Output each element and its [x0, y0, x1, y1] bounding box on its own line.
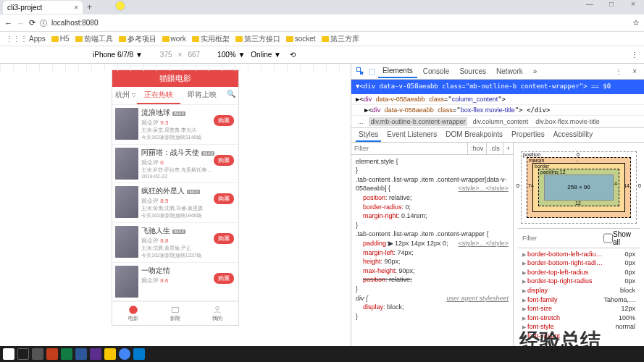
footer-movies[interactable]: 电影: [112, 305, 154, 322]
tab-listeners[interactable]: Event Listeners: [384, 128, 440, 142]
devtools-menu[interactable]: ⋮: [611, 65, 627, 77]
more-tabs[interactable]: »: [529, 65, 542, 77]
tab-console[interactable]: Console: [419, 65, 454, 77]
movie-item[interactable]: 一吻定情 观众评 8.6 购票: [112, 263, 238, 301]
bookmark-item[interactable]: 第三方库: [322, 34, 359, 44]
browser-tabbar: cli3-project× +: [0, 0, 644, 14]
buy-button[interactable]: 购票: [214, 193, 234, 204]
throttle-select[interactable]: Online ▼: [251, 51, 281, 59]
app-title: 猫眼电影: [112, 70, 238, 87]
bookmark-item[interactable]: 实用框架: [192, 34, 230, 44]
showall-check[interactable]: [603, 230, 613, 246]
width-input[interactable]: 375: [160, 51, 172, 59]
task-chrome[interactable]: [119, 348, 130, 360]
rotate-icon[interactable]: ⟲: [290, 51, 296, 59]
tab-dombp[interactable]: DOM Breakpoints: [443, 128, 506, 142]
task-word[interactable]: [75, 348, 87, 360]
css-rules[interactable]: element.style { } .tab-content .list-wra…: [351, 155, 513, 324]
close-btn[interactable]: ×: [622, 0, 644, 13]
reload-button[interactable]: ⟳: [29, 18, 35, 28]
computed-prop[interactable]: border-bottom-right-radi…0px: [522, 258, 635, 268]
device-toolbar: iPhone 6/7/8 ▼ 375 × 667 100% ▼ Online ▼…: [0, 46, 644, 64]
computed-prop[interactable]: displayblock: [522, 286, 635, 295]
dom-node[interactable]: ▶<div data-v-058aeabb class="column_cont…: [351, 94, 644, 105]
buy-button[interactable]: 购票: [214, 115, 234, 126]
task-icon[interactable]: [32, 348, 43, 360]
breadcrumbs[interactable]: ... div.mb-outline-b.content-wrapper div…: [351, 116, 644, 128]
task-vscode[interactable]: [133, 348, 145, 360]
task-ppt[interactable]: [46, 348, 58, 360]
dom-node[interactable]: ▶<div data-v-058aeabb class="box-flex mo…: [351, 105, 644, 116]
tab-props[interactable]: Properties: [509, 128, 548, 142]
cursor-highlight: [116, 1, 125, 10]
buy-button[interactable]: 购票: [214, 273, 234, 284]
tab-hot[interactable]: 正在热映: [137, 87, 180, 104]
task-excel[interactable]: [61, 348, 72, 360]
buy-button[interactable]: 购票: [214, 155, 234, 166]
mobile-viewport: 猫眼电影 杭州 ▽ 正在热映 即将上映 🔍 流浪地球 IMAX 观众评 9.3 …: [0, 64, 351, 356]
tab-close-icon[interactable]: ×: [74, 4, 78, 12]
tab-elements[interactable]: Elements: [378, 64, 417, 78]
mobile-app: 猫眼电影 杭州 ▽ 正在热映 即将上映 🔍 流浪地球 IMAX 观众评 9.3 …: [112, 70, 239, 326]
computed-filter[interactable]: [522, 230, 603, 246]
devtools-close[interactable]: ×: [628, 65, 641, 77]
taskbar[interactable]: 2019/2/20: [0, 346, 644, 362]
movie-item[interactable]: 飞驰人生 IMAX 观众评 8.8 主演:沈腾,黄景瑜,尹正 今天162家影院放…: [112, 223, 238, 263]
dom-selected[interactable]: ▼<div data-v-058aeabb class="mb-outline-…: [351, 80, 644, 94]
add-rule[interactable]: +: [503, 143, 513, 154]
devtools-panel: ⬚ Elements Console Sources Network » ⋮ ×…: [351, 64, 644, 356]
svg-rect-1: [172, 308, 178, 313]
win-start[interactable]: [3, 348, 14, 360]
search-icon[interactable]: 🔍: [224, 87, 238, 104]
svg-point-2: [216, 306, 219, 310]
apps-button[interactable]: ⋮⋮⋮ Apps: [6, 35, 46, 43]
info-icon[interactable]: i: [40, 20, 47, 27]
tab-styles[interactable]: Styles: [356, 128, 381, 142]
device-select[interactable]: iPhone 6/7/8 ▼: [93, 51, 143, 59]
movie-item[interactable]: 流浪地球 IMAX 观众评 9.3 主演:吴京,屈楚萧,李光洁 今天163家影院…: [112, 105, 238, 145]
svg-rect-3: [357, 67, 361, 71]
bookmark-item[interactable]: work: [162, 35, 186, 43]
movie-poster: [115, 186, 138, 218]
new-tab-button[interactable]: +: [87, 2, 92, 12]
min-btn[interactable]: —: [579, 0, 601, 13]
task-search[interactable]: [17, 348, 29, 360]
height-input[interactable]: 667: [188, 51, 200, 59]
bookmark-item[interactable]: 第三方接口: [235, 34, 280, 44]
computed-prop[interactable]: font-familyTahoma,…: [522, 295, 635, 305]
footer-cinema[interactable]: 影院: [154, 305, 196, 322]
zoom-select[interactable]: 100% ▼: [217, 51, 245, 59]
forward-button[interactable]: →: [17, 19, 25, 28]
device-icon[interactable]: ⬚: [367, 66, 377, 77]
tab-sources[interactable]: Sources: [455, 65, 490, 77]
browser-tab[interactable]: cli3-project×: [3, 1, 83, 14]
bookmark-item[interactable]: 前端工具: [75, 34, 113, 44]
bookmarks-bar: ⋮⋮⋮ Apps H5 前端工具 参考项目 work 实用框架 第三方接口 so…: [0, 32, 644, 46]
computed-prop[interactable]: border-top-left-radius0px: [522, 268, 635, 277]
city-select[interactable]: 杭州 ▽: [112, 87, 137, 104]
tab-a11y[interactable]: Accessibility: [551, 128, 595, 142]
computed-prop[interactable]: font-stretch100%: [522, 313, 635, 323]
task-vs[interactable]: [90, 348, 101, 360]
computed-prop[interactable]: border-top-right-radius0px: [522, 277, 635, 286]
task-folder[interactable]: [104, 348, 116, 360]
movie-item[interactable]: 阿丽塔：战斗天使 IMAX 观众评 0 主演:罗莎·萨拉查,克里斯托弗·... …: [112, 145, 238, 183]
star-icon[interactable]: ☆: [632, 18, 640, 28]
tab-coming[interactable]: 即将上映: [180, 87, 224, 104]
hov-toggle[interactable]: :hov: [467, 143, 486, 154]
bookmark-item[interactable]: 参考项目: [119, 34, 156, 44]
footer-me[interactable]: 我的: [196, 305, 238, 322]
computed-prop[interactable]: font-size12px: [522, 304, 635, 313]
cls-toggle[interactable]: .cls: [486, 143, 503, 154]
inspect-icon[interactable]: [354, 65, 366, 78]
url-field[interactable]: localhost:8080: [51, 19, 628, 27]
back-button[interactable]: ←: [4, 19, 12, 28]
tab-network[interactable]: Network: [492, 65, 527, 77]
movie-item[interactable]: 疯狂的外星人 IMAX 观众评 8.5 主演:黄渤,沈腾,马修·莫里森 今天16…: [112, 183, 238, 223]
bookmark-item[interactable]: socket: [286, 35, 316, 43]
styles-filter[interactable]: [351, 143, 467, 154]
bookmark-item[interactable]: H5: [51, 35, 70, 43]
buy-button[interactable]: 购票: [214, 233, 234, 244]
max-btn[interactable]: □: [601, 0, 622, 13]
computed-prop[interactable]: border-bottom-left-radiu…0px: [522, 250, 635, 259]
